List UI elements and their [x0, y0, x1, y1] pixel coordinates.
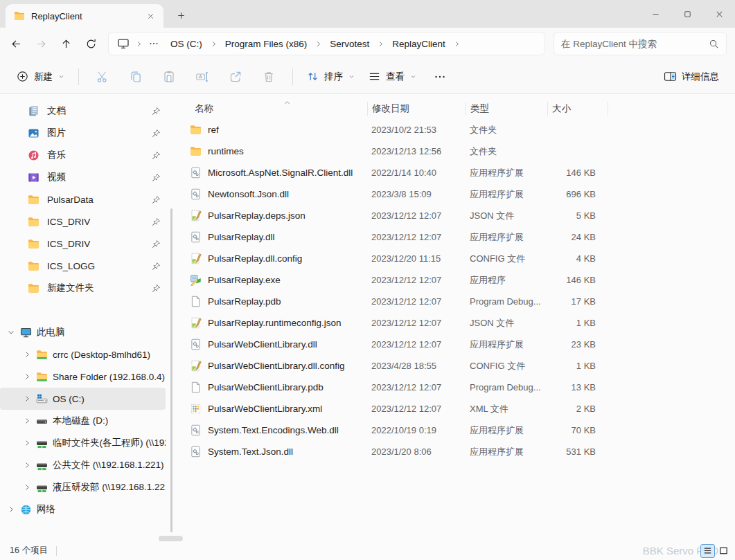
close-button[interactable]: [703, 0, 735, 28]
file-row[interactable]: PulsarWebClientLibrary.dll.config2023/4/…: [175, 355, 735, 377]
sort-button[interactable]: 排序: [300, 65, 362, 88]
sidebar-item-ICS_LOGG[interactable]: ICS_LOGG: [0, 255, 175, 277]
sidebar-vertical-scrollbar[interactable]: [170, 208, 172, 532]
new-button[interactable]: 新建: [10, 65, 71, 88]
tree-item-label: 液压研发部 (\\192.168.1.221\同: [53, 481, 166, 494]
file-name: PulsarWebClientLibrary.pdb: [208, 382, 324, 392]
dll-icon: [190, 446, 202, 458]
column-header-size[interactable]: 大小: [547, 102, 608, 116]
chevron-right-icon[interactable]: [23, 439, 31, 447]
chevron-right-icon[interactable]: [377, 40, 384, 48]
sidebar-item-文档[interactable]: 文档: [0, 100, 175, 122]
details-view-toggle[interactable]: [700, 544, 715, 558]
sidebar-item-图片[interactable]: 图片: [0, 122, 175, 144]
share-button[interactable]: [222, 64, 249, 89]
column-header-type[interactable]: 类型: [466, 102, 547, 116]
file-row[interactable]: PulsarReplay.exe2023/12/12 12:07应用程序146 …: [175, 269, 735, 291]
tree-item-Share Folder (192.168.0.4)[interactable]: Share Folder (192.168.0.4): [0, 365, 166, 388]
file-row[interactable]: PulsarReplay.deps.json2023/12/12 12:07JS…: [175, 205, 735, 226]
tree-item-此电脑[interactable]: 此电脑: [0, 321, 166, 343]
chevron-right-icon[interactable]: [23, 395, 31, 403]
minimize-icon: [650, 9, 661, 19]
search-input[interactable]: [561, 39, 703, 49]
config-icon: [190, 253, 202, 264]
breadcrumb[interactable]: OS (C:)Program Files (x86)ServotestRepla…: [108, 32, 545, 55]
breadcrumb-item[interactable]: OS (C:): [164, 36, 209, 52]
back-button[interactable]: [4, 32, 28, 55]
chevron-down-icon[interactable]: [7, 328, 15, 336]
breadcrumb-item[interactable]: Servotest: [324, 36, 375, 52]
tree-item-网络[interactable]: 网络: [0, 498, 166, 521]
breadcrumb-item[interactable]: ReplayClient: [386, 36, 452, 52]
column-header-date[interactable]: 修改日期: [367, 102, 466, 116]
file-row[interactable]: PulsarReplay.runtimeconfig.json2023/12/1…: [175, 312, 735, 334]
details-pane-button[interactable]: 详细信息: [657, 65, 725, 88]
file-date: 2023/12/12 12:07: [367, 296, 466, 307]
file-row[interactable]: System.Text.Json.dll2023/1/20 8:06应用程序扩展…: [175, 441, 735, 462]
folder-icon: [28, 282, 39, 294]
new-tab-button[interactable]: [170, 5, 191, 26]
chevron-right-icon[interactable]: [7, 505, 15, 514]
sidebar-item-PulsarData[interactable]: PulsarData: [0, 188, 175, 210]
maximize-button[interactable]: [671, 0, 703, 28]
view-button[interactable]: 查看: [362, 65, 423, 88]
sidebar-item-ICS_DRIV[interactable]: ICS_DRIV: [0, 210, 175, 233]
tree-item-OS (C:)[interactable]: OS (C:): [0, 388, 166, 410]
drive-icon: [36, 415, 48, 427]
paste-button[interactable]: [156, 64, 182, 89]
chevron-right-icon[interactable]: [23, 483, 31, 491]
file-row[interactable]: Newtonsoft.Json.dll2023/3/8 15:09应用程序扩展6…: [175, 183, 735, 205]
tree-item-临时文件夹(各工程师) (\\192.168[interactable]: 临时文件夹(各工程师) (\\192.168: [0, 432, 166, 454]
tree-item-公共文件 (\\192.168.1.221) (Y:)[interactable]: 公共文件 (\\192.168.1.221) (Y:): [0, 454, 166, 476]
tab-replayclient[interactable]: ReplayClient: [6, 4, 163, 28]
sidebar-item-视频[interactable]: 视频: [0, 166, 175, 188]
more-button[interactable]: [427, 64, 453, 89]
chevron-right-icon[interactable]: [315, 40, 322, 48]
sort-ascending-icon: [283, 99, 291, 107]
tab-close-button[interactable]: [143, 8, 158, 24]
file-row[interactable]: PulsarWebClientLibrary.pdb2023/12/12 12:…: [175, 377, 735, 398]
search-box[interactable]: [554, 32, 727, 55]
file-type: XML 文件: [466, 403, 547, 415]
delete-button[interactable]: [256, 64, 282, 89]
tree-item-液压研发部 (\\192.168.1.221\同[interactable]: 液压研发部 (\\192.168.1.221\同: [0, 476, 166, 498]
sidebar-item-ICS_DRIV[interactable]: ICS_DRIV: [0, 233, 175, 255]
file-row[interactable]: PulsarWebClientLibrary.dll2023/12/12 12:…: [175, 334, 735, 355]
file-row[interactable]: Microsoft.AspNet.SignalR.Client.dll2022/…: [175, 162, 735, 183]
back-icon: [10, 38, 22, 50]
chevron-right-icon[interactable]: [210, 40, 218, 48]
file-row[interactable]: PulsarWebClientLibrary.xml2023/12/12 12:…: [175, 398, 735, 419]
copy-button[interactable]: [123, 64, 149, 89]
cut-button[interactable]: [89, 64, 116, 89]
pin-icon: [152, 107, 161, 116]
sidebar-item-新建文件夹[interactable]: 新建文件夹: [0, 277, 175, 299]
rename-button[interactable]: [189, 64, 215, 89]
forward-button[interactable]: [29, 32, 53, 55]
file-type: 应用程序扩展: [466, 231, 547, 244]
breadcrumb-item[interactable]: Program Files (x86): [219, 36, 314, 52]
chevron-right-icon[interactable]: [23, 350, 31, 359]
tree-item-crrc (Desktop-8mlhd61)[interactable]: crrc (Desktop-8mlhd61): [0, 343, 166, 365]
chevron-right-icon[interactable]: [23, 461, 31, 469]
file-row[interactable]: ref2023/10/2 21:53文件夹: [175, 119, 735, 141]
pin-icon: [152, 262, 161, 271]
tree-item-本地磁盘 (D:)[interactable]: 本地磁盘 (D:): [0, 410, 166, 432]
tree-item-label: 公共文件 (\\192.168.1.221) (Y:): [53, 459, 166, 471]
file-row[interactable]: System.Text.Encodings.Web.dll2022/10/19 …: [175, 419, 735, 441]
chevron-right-icon[interactable]: [23, 417, 31, 425]
file-row[interactable]: PulsarReplay.dll2023/12/12 12:07应用程序扩展24…: [175, 226, 735, 248]
minimize-button[interactable]: [639, 0, 671, 28]
chevron-right-icon[interactable]: [453, 40, 461, 48]
file-name-cell: PulsarWebClientLibrary.pdb: [186, 381, 367, 393]
column-header-name[interactable]: 名称: [186, 102, 367, 116]
sidebar-item-音乐[interactable]: 音乐: [0, 144, 175, 166]
file-row[interactable]: PulsarReplay.dll.config2023/12/20 11:15C…: [175, 248, 735, 269]
thumbnail-view-toggle[interactable]: [716, 544, 731, 558]
chevron-right-icon[interactable]: [23, 372, 31, 381]
file-name-cell: PulsarReplay.deps.json: [186, 210, 367, 222]
up-button[interactable]: [54, 32, 78, 55]
file-row[interactable]: PulsarReplay.pdb2023/12/12 12:07Program …: [175, 291, 735, 312]
file-row[interactable]: runtimes2023/12/13 12:56文件夹: [175, 141, 735, 162]
refresh-button[interactable]: [79, 32, 103, 55]
breadcrumb-overflow-icon[interactable]: [148, 38, 159, 49]
